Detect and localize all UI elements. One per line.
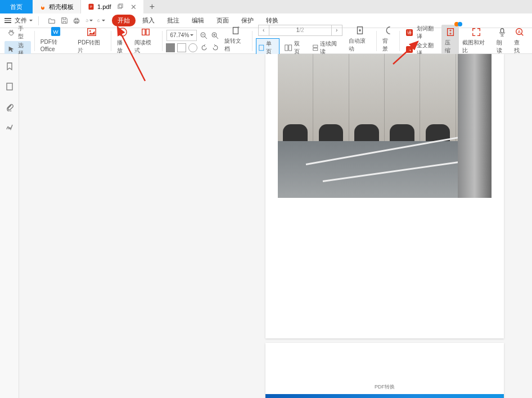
tab-file[interactable]: P 1.pdf ✕ [81, 0, 143, 13]
thumbnail-icon[interactable] [5, 82, 14, 91]
auto-scroll-icon [355, 25, 365, 35]
moon-icon [383, 25, 393, 35]
tab-template[interactable]: 稻壳模板 [33, 0, 81, 13]
svg-rect-19 [233, 28, 238, 34]
background-menu[interactable]: 背景 [379, 25, 396, 56]
rotate-right-icon[interactable] [211, 43, 220, 52]
square-icon[interactable] [177, 43, 186, 52]
separator [111, 31, 111, 51]
rotate-doc[interactable]: 旋转文档 [221, 25, 250, 56]
svg-rect-24 [313, 48, 318, 50]
tab-home-label: 首页 [10, 3, 22, 11]
separator [376, 31, 377, 51]
svg-text:W: W [53, 28, 58, 34]
menu-tab-edit[interactable]: 编辑 [186, 15, 210, 26]
find-button[interactable]: A 查找 [511, 27, 528, 55]
bookmark-icon[interactable] [5, 62, 14, 71]
page2-image [265, 394, 504, 398]
svg-line-36 [521, 34, 524, 36]
separator [252, 31, 253, 51]
svg-rect-2 [118, 4, 121, 8]
hamburger-icon[interactable] [4, 18, 11, 23]
svg-point-31 [458, 22, 462, 26]
pdf-to-image[interactable]: PDF转图片 [74, 27, 109, 55]
undo-icon[interactable] [85, 17, 93, 25]
badge-icon [454, 21, 462, 28]
svg-point-10 [89, 30, 91, 32]
tab-file-label: 1.pdf [97, 3, 111, 10]
svg-text:P: P [90, 5, 92, 8]
read-aloud[interactable]: 朗读 [493, 27, 511, 55]
page-field[interactable]: 1/2 [269, 25, 331, 36]
svg-rect-33 [501, 29, 503, 33]
separator [162, 31, 163, 51]
page-navigation: ‹ 1/2 › [258, 25, 342, 36]
redo-icon[interactable] [97, 17, 105, 25]
pdf-to-office[interactable]: W PDF转Office [37, 26, 75, 56]
screenshot-icon [471, 27, 481, 37]
svg-rect-22 [289, 44, 292, 50]
new-tab-button[interactable]: + [143, 0, 160, 13]
svg-text:译: 译 [407, 30, 412, 35]
tab-home[interactable]: 首页 [0, 0, 33, 13]
svg-line-16 [216, 37, 218, 39]
svg-rect-23 [313, 45, 318, 47]
rotate-doc-icon [231, 25, 241, 35]
restore-icon[interactable] [117, 3, 123, 11]
separator [34, 31, 35, 51]
screenshot-compare[interactable]: 截图和对比 [459, 27, 493, 55]
read-mode[interactable]: 阅读模式 [131, 27, 160, 55]
left-sidebar [0, 54, 19, 398]
pdf-page-2: PDF转换 [265, 343, 504, 398]
rotate-left-icon[interactable] [200, 43, 209, 52]
compress-button[interactable]: 压缩 [441, 25, 459, 57]
open-icon[interactable] [48, 17, 56, 25]
microphone-icon [497, 27, 507, 37]
translate-word-icon: 译 [405, 28, 414, 38]
play-icon [118, 27, 128, 37]
signature-icon[interactable] [5, 123, 14, 132]
tab-bar: 首页 稻壳模板 P 1.pdf ✕ + [0, 0, 532, 13]
auto-scroll[interactable]: 自动滚动 [345, 25, 374, 56]
save-icon[interactable] [60, 17, 68, 25]
svg-text:A: A [518, 29, 521, 34]
attachment-icon[interactable] [5, 102, 14, 111]
cursor-icon [6, 44, 16, 55]
print-icon[interactable] [73, 17, 80, 25]
hand-tool[interactable]: 手型 [4, 24, 31, 41]
separator [38, 16, 39, 25]
close-icon[interactable]: ✕ [130, 3, 137, 11]
pdf-icon: P [88, 3, 94, 10]
svg-text:A: A [408, 47, 412, 52]
ribbon: 手型 选择 W PDF转Office PDF转图片 播放 阅读模式 67.74% [0, 28, 532, 54]
content-area[interactable]: PDF转换 [19, 54, 532, 398]
zoom-in-icon[interactable] [210, 31, 219, 40]
word-icon: W [51, 26, 61, 37]
page2-label: PDF转换 [265, 343, 504, 391]
play-button[interactable]: 播放 [114, 27, 131, 55]
menu-tab-insert[interactable]: 插入 [137, 15, 160, 26]
menu-tab-start[interactable]: 开始 [112, 15, 136, 26]
circle-icon[interactable] [188, 43, 197, 52]
page-next[interactable]: › [331, 25, 342, 36]
svg-rect-3 [119, 3, 123, 7]
separator [399, 31, 400, 51]
svg-rect-37 [7, 83, 12, 90]
image-icon [87, 27, 97, 37]
page-prev[interactable]: ‹ [258, 25, 269, 36]
zoom-out-icon[interactable] [199, 31, 208, 40]
tab-template-label: 稻壳模板 [49, 3, 74, 11]
menu-tab-protect[interactable]: 保护 [236, 15, 259, 26]
filled-square-icon[interactable] [166, 43, 175, 52]
find-icon: A [515, 27, 525, 37]
compress-icon [445, 27, 456, 37]
menu-tab-annotate[interactable]: 批注 [161, 15, 185, 26]
translate-full-icon: A [405, 44, 414, 55]
svg-rect-21 [285, 44, 288, 50]
flame-icon [39, 3, 46, 10]
word-translate[interactable]: 译 划词翻译 [403, 24, 440, 41]
menu-tab-page[interactable]: 页面 [211, 15, 235, 26]
pdf-page-1 [265, 54, 504, 338]
zoom-input[interactable]: 67.74% [166, 30, 197, 41]
svg-rect-20 [259, 45, 264, 51]
